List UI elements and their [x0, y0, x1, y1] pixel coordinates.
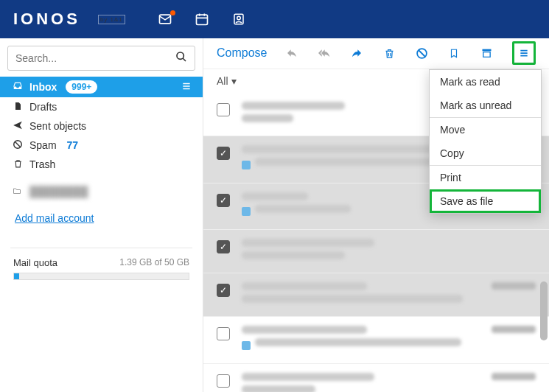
spam-icon — [12, 139, 24, 152]
search-field[interactable] — [7, 46, 195, 71]
folder-custom[interactable]: ████████ — [0, 181, 203, 202]
message-row[interactable] — [203, 317, 549, 364]
svg-point-4 — [177, 52, 183, 59]
checkbox[interactable]: ✓ — [217, 147, 230, 160]
logo-subtext: by 1&1 — [98, 15, 125, 24]
add-mail-account-link[interactable]: Add mail account — [0, 202, 203, 234]
menu-move[interactable]: Move — [430, 118, 541, 141]
mail-quota: Mail quota 1.39 GB of 50 GB — [0, 254, 203, 283]
menu-mark-read[interactable]: Mark as read — [430, 70, 541, 94]
folder-menu-icon[interactable] — [181, 81, 192, 94]
folder-label-blurred: ████████ — [29, 186, 88, 197]
menu-mark-unread[interactable]: Mark as unread — [430, 94, 541, 117]
folder-spam[interactable]: Spam 77 — [0, 136, 203, 155]
reply-all-icon[interactable] — [318, 46, 331, 60]
inbox-badge: 999+ — [66, 80, 97, 94]
divider — [10, 248, 192, 248]
contacts-icon[interactable] — [231, 12, 246, 27]
calendar-icon[interactable] — [195, 12, 209, 27]
checkbox[interactable] — [217, 327, 230, 340]
trash-icon — [12, 158, 24, 171]
folder-label: Inbox — [29, 81, 57, 93]
forward-icon[interactable] — [350, 46, 363, 60]
mail-icon[interactable] — [158, 12, 172, 27]
content-pane: Compose All ▾ — [203, 38, 549, 392]
folder-label: Drafts — [29, 101, 57, 113]
svg-rect-1 — [196, 15, 207, 24]
spam-count: 77 — [67, 139, 79, 151]
folder-icon — [12, 186, 22, 197]
more-menu-button[interactable] — [512, 41, 536, 65]
toolbar: Compose — [203, 38, 549, 69]
sent-icon — [12, 120, 24, 133]
quota-bar — [13, 273, 189, 280]
folder-label: Trash — [29, 158, 55, 170]
folder-sent[interactable]: Sent objects — [0, 116, 203, 136]
compose-button[interactable]: Compose — [217, 46, 267, 60]
quota-label: Mail quota — [13, 257, 57, 268]
message-row[interactable]: ✓ — [203, 273, 549, 317]
message-row[interactable] — [203, 364, 549, 392]
message-row[interactable]: ✓ — [203, 230, 549, 273]
logo-text: IONOS — [13, 10, 80, 29]
scrollbar-thumb[interactable] — [540, 281, 548, 340]
checkbox[interactable] — [217, 103, 230, 116]
checkbox[interactable]: ✓ — [217, 194, 230, 207]
archive-icon[interactable] — [480, 46, 493, 60]
checkbox[interactable]: ✓ — [217, 284, 230, 297]
sidebar: Inbox 999+ Drafts Sent objects — [0, 38, 203, 392]
menu-print[interactable]: Print — [430, 166, 541, 189]
checkbox[interactable]: ✓ — [217, 240, 230, 253]
inbox-icon — [12, 81, 24, 94]
svg-point-3 — [237, 16, 241, 20]
search-input[interactable] — [15, 52, 175, 64]
menu-save-as-file[interactable]: Save as file — [430, 189, 541, 213]
folder-label: Sent objects — [29, 120, 86, 132]
block-icon[interactable] — [415, 46, 428, 60]
logo: IONOS — [13, 10, 80, 29]
folder-trash[interactable]: Trash — [0, 155, 203, 174]
folder-label: Spam — [29, 139, 57, 151]
notification-dot — [170, 10, 175, 15]
drafts-icon — [12, 101, 24, 113]
search-icon[interactable] — [175, 51, 187, 66]
folder-drafts[interactable]: Drafts — [0, 97, 203, 116]
filter-label: All — [217, 75, 228, 87]
quota-text: 1.39 GB of 50 GB — [119, 257, 189, 268]
folder-inbox[interactable]: Inbox 999+ — [0, 77, 203, 97]
svg-rect-7 — [482, 49, 491, 52]
bookmark-icon[interactable] — [447, 46, 461, 60]
chevron-down-icon: ▾ — [231, 75, 237, 87]
actions-dropdown: Mark as read Mark as unread Move Copy Pr… — [429, 69, 542, 214]
top-bar: IONOS by 1&1 — [0, 0, 549, 38]
delete-icon[interactable] — [382, 46, 396, 60]
checkbox[interactable] — [217, 374, 230, 388]
menu-copy[interactable]: Copy — [430, 141, 541, 165]
reply-icon[interactable] — [285, 46, 298, 60]
